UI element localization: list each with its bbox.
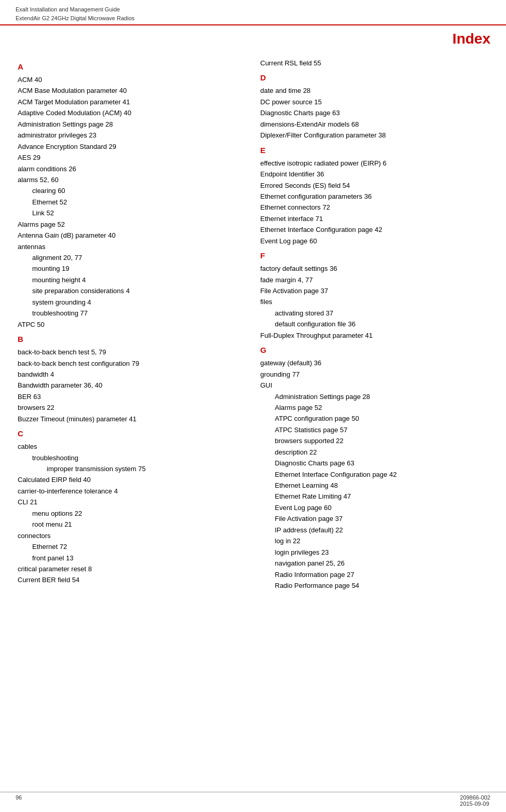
index-entry: ATPC 50 [18, 319, 246, 330]
index-entry: Errored Seconds (ES) field 54 [261, 180, 489, 191]
letter-heading: E [261, 144, 489, 157]
index-entry: root menu 21 [18, 519, 246, 530]
index-entry: File Activation page 37 [261, 285, 489, 296]
index-entry: activating stored 37 [261, 308, 489, 319]
index-entry: alarm conditions 26 [18, 163, 246, 174]
page-header: Exalt Installation and Management Guide … [0, 0, 506, 25]
index-entry: Administration Settings page 28 [261, 391, 489, 402]
letter-heading: B [18, 333, 246, 346]
index-entry: CLI 21 [18, 497, 246, 507]
index-entry: mounting 19 [18, 263, 246, 274]
letter-heading: F [261, 250, 489, 262]
index-entry: gateway (default) 36 [261, 357, 489, 368]
index-entry: Current BER field 54 [18, 574, 246, 585]
index-entry: ACM Target Modulation parameter 41 [18, 97, 246, 107]
index-entry: Ethernet Rate Limiting 47 [261, 491, 489, 502]
index-entry: browsers 22 [18, 402, 246, 413]
index-entry: antennas [18, 241, 246, 252]
index-entry: alignment 20, 77 [18, 252, 246, 263]
index-entry: improper transmission system 75 [18, 463, 246, 474]
index-entry: dimensions-ExtendAir models 68 [261, 119, 489, 130]
index-entry: critical parameter reset 8 [18, 563, 246, 574]
index-entry: Calculated EIRP field 40 [18, 474, 246, 485]
index-entry: BER 63 [18, 391, 246, 402]
index-entry: troubleshooting 77 [18, 308, 246, 319]
index-entry: files [261, 296, 489, 307]
footer-doc-number: 209866-002 [460, 794, 490, 801]
footer-right: 209866-002 2015-09-09 [460, 794, 490, 807]
index-entry: Buzzer Timeout (minutes) parameter 41 [18, 414, 246, 424]
index-entry: Current RSL field 55 [261, 58, 489, 68]
index-entry: Alarms page 52 [261, 402, 489, 413]
index-entry: Diagnostic Charts page 63 [261, 458, 489, 469]
letter-heading: D [261, 72, 489, 84]
index-entry: Ethernet configuration parameters 36 [261, 191, 489, 202]
index-entry: Ethernet Learning 48 [261, 480, 489, 491]
index-entry: bandwidth 4 [18, 369, 246, 380]
index-entry: fade margin 4, 77 [261, 274, 489, 285]
index-entry: Event Log page 60 [261, 236, 489, 246]
index-entry: Endpoint Identifier 36 [261, 169, 489, 180]
index-entry: Event Log page 60 [261, 502, 489, 513]
index-entry: default configuration file 36 [261, 319, 489, 329]
index-entry: Diplexer/Filter Configuration parameter … [261, 130, 489, 141]
index-entry: DC power source 15 [261, 97, 489, 107]
index-entry: ACM Base Modulation parameter 40 [18, 85, 246, 96]
index-entry: ACM 40 [18, 74, 246, 85]
index-title: Index [0, 25, 506, 52]
index-entry: Administration Settings page 28 [18, 119, 246, 130]
index-entry: grounding 77 [261, 369, 489, 380]
footer-page-number: 96 [16, 794, 22, 807]
index-entry: Ethernet Interface Configuration page 42 [261, 469, 489, 480]
content-area: AACM 40ACM Base Modulation parameter 40A… [0, 52, 506, 596]
index-entry: Diagnostic Charts page 63 [261, 107, 489, 118]
index-entry: alarms 52, 60 [18, 174, 246, 185]
index-entry: description 22 [261, 447, 489, 458]
letter-heading: A [18, 61, 246, 73]
index-entry: Ethernet Interface Configuration page 42 [261, 224, 489, 235]
left-column: AACM 40ACM Base Modulation parameter 40A… [10, 52, 253, 596]
footer-date: 2015-09-09 [460, 801, 489, 807]
right-column: Current RSL field 55Ddate and time 28DC … [253, 52, 496, 596]
index-entry: browsers supported 22 [261, 435, 489, 446]
index-entry: Ethernet 72 [18, 541, 246, 552]
index-entry: IP address (default) 22 [261, 525, 489, 535]
index-entry: site preparation considerations 4 [18, 285, 246, 296]
index-entry: AES 29 [18, 152, 246, 163]
index-entry: ATPC Statistics page 57 [261, 424, 489, 435]
index-entry: menu options 22 [18, 508, 246, 519]
letter-heading: C [18, 428, 246, 440]
index-entry: File Activation page 37 [261, 513, 489, 524]
index-entry: back-to-back bench test 5, 79 [18, 347, 246, 357]
index-entry: troubleshooting [18, 452, 246, 463]
index-entry: clearing 60 [18, 185, 246, 196]
page-footer: 96 209866-002 2015-09-09 [0, 792, 506, 807]
header-line1: Exalt Installation and Management Guide [16, 5, 490, 14]
index-entry: Full-Duplex Throughput parameter 41 [261, 330, 489, 341]
index-entry: login privileges 23 [261, 547, 489, 558]
index-entry: Alarms page 52 [18, 219, 246, 230]
index-entry: mounting height 4 [18, 274, 246, 285]
index-entry: ATPC configuration page 50 [261, 413, 489, 424]
index-entry: cables [18, 441, 246, 452]
index-entry: Radio Information page 27 [261, 569, 489, 580]
index-entry: Ethernet 52 [18, 197, 246, 208]
index-entry: front panel 13 [18, 553, 246, 563]
index-entry: factory default settings 36 [261, 263, 489, 274]
index-entry: Ethernet connectors 72 [261, 202, 489, 213]
index-entry: connectors [18, 530, 246, 541]
index-entry: effective isotropic radiated power (EIRP… [261, 158, 489, 169]
index-entry: Antenna Gain (dB) parameter 40 [18, 230, 246, 241]
index-entry: date and time 28 [261, 85, 489, 96]
header-line2: ExtendAir G2 24GHz Digital Microwave Rad… [16, 14, 490, 23]
index-entry: Radio Performance page 54 [261, 580, 489, 591]
index-entry: system grounding 4 [18, 297, 246, 308]
letter-heading: G [261, 344, 489, 356]
index-entry: carrier-to-interference tolerance 4 [18, 486, 246, 497]
index-entry: administrator privileges 23 [18, 130, 246, 141]
index-entry: navigation panel 25, 26 [261, 558, 489, 569]
index-entry: Advance Encryption Standard 29 [18, 141, 246, 152]
index-entry: Link 52 [18, 208, 246, 218]
index-entry: Bandwidth parameter 36, 40 [18, 380, 246, 391]
index-entry: Adaptive Coded Modulation (ACM) 40 [18, 107, 246, 118]
